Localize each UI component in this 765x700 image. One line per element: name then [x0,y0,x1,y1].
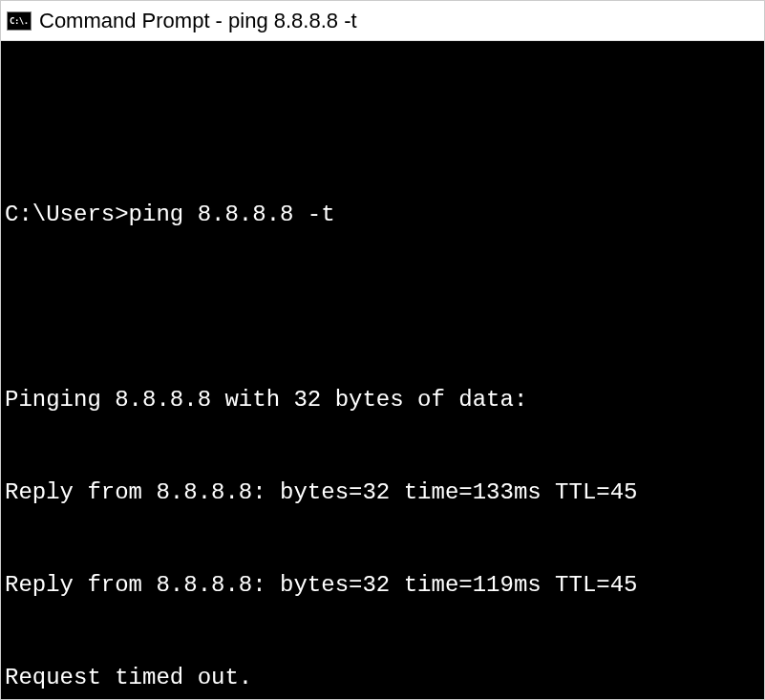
terminal-output[interactable]: C:\Users>ping 8.8.8.8 -t Pinging 8.8.8.8… [1,41,764,699]
cmd-icon-text: C:\. [10,16,29,26]
ping-reply-line: Reply from 8.8.8.8: bytes=32 time=133ms … [5,477,764,508]
ping-reply-line: Reply from 8.8.8.8: bytes=32 time=119ms … [5,570,764,601]
ping-header: Pinging 8.8.8.8 with 32 bytes of data: [5,385,764,415]
prompt-line: C:\Users>ping 8.8.8.8 -t [5,200,764,230]
window-title: Command Prompt - ping 8.8.8.8 -t [39,9,357,33]
cmd-icon: C:\. [7,11,32,31]
blank-line [5,107,764,138]
titlebar[interactable]: C:\. Command Prompt - ping 8.8.8.8 -t [1,1,764,41]
command-prompt-window: C:\. Command Prompt - ping 8.8.8.8 -t C:… [0,0,765,700]
blank-line [5,292,764,323]
ping-timeout-line: Request timed out. [5,663,764,693]
